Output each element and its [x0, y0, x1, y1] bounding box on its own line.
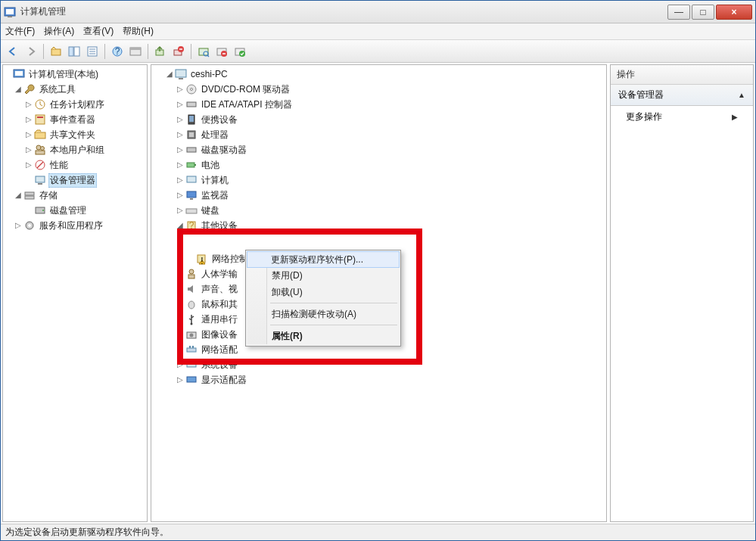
- menu-action[interactable]: 操作(A): [44, 25, 74, 38]
- svg-rect-30: [37, 117, 43, 118]
- svg-rect-37: [36, 176, 45, 182]
- help-button[interactable]: ?: [109, 43, 126, 60]
- dev-display[interactable]: ▷显示适配器: [154, 372, 606, 387]
- menu-view[interactable]: 查看(V): [83, 25, 114, 38]
- svg-point-68: [191, 323, 193, 325]
- update-driver-button[interactable]: [152, 43, 169, 60]
- toolbar: ?: [1, 40, 755, 63]
- cm-disable[interactable]: 禁用(D): [247, 267, 399, 284]
- svg-rect-31: [35, 132, 45, 138]
- dev-root[interactable]: ◢ ceshi-PC: [154, 67, 606, 82]
- svg-text:?: ?: [189, 220, 194, 231]
- dev-portable[interactable]: ▷便携设备: [154, 112, 606, 127]
- svg-point-65: [189, 269, 194, 274]
- actions-header: 操作: [611, 65, 753, 85]
- svg-rect-56: [194, 164, 196, 166]
- tree-system-tools[interactable]: ◢ 系统工具: [3, 82, 147, 97]
- tree-device-manager[interactable]: ▷ 设备管理器: [3, 173, 147, 188]
- view-button[interactable]: [127, 43, 144, 60]
- dev-ide[interactable]: ▷IDE ATA/ATAPI 控制器: [154, 97, 606, 112]
- window-title: 计算机管理: [20, 5, 667, 18]
- minimize-button[interactable]: —: [667, 5, 690, 20]
- actions-more[interactable]: 更多操作 ▶: [611, 106, 753, 128]
- computer-icon: [175, 68, 187, 80]
- hid-icon: [185, 268, 198, 280]
- network-icon: [185, 344, 198, 356]
- cpu-icon: [185, 129, 198, 141]
- pc-icon: [185, 174, 198, 186]
- titlebar[interactable]: 计算机管理 — □ ×: [1, 1, 755, 23]
- cm-update-driver[interactable]: 更新驱动程序软件(P)...: [247, 251, 400, 268]
- scan-hardware-button[interactable]: [195, 43, 212, 60]
- maximize-button[interactable]: □: [692, 5, 714, 20]
- sound-icon: [185, 283, 198, 295]
- up-button[interactable]: [48, 43, 64, 60]
- dev-monitors[interactable]: ▷监视器: [154, 188, 606, 203]
- properties-button[interactable]: [84, 43, 101, 60]
- dev-keyboard[interactable]: ▷键盘: [154, 203, 606, 218]
- services-icon: [23, 219, 36, 232]
- svg-rect-55: [187, 163, 194, 167]
- warning-device-icon: !: [196, 253, 208, 265]
- dev-computer[interactable]: ▷计算机: [154, 173, 606, 188]
- event-icon: [34, 113, 46, 126]
- tree-task-scheduler[interactable]: ▷ 任务计划程序: [3, 97, 147, 112]
- svg-text:!: !: [201, 256, 203, 266]
- dev-cpu[interactable]: ▷处理器: [154, 127, 606, 142]
- svg-rect-5: [74, 47, 79, 56]
- dev-other[interactable]: ◢?其他设备: [154, 218, 606, 233]
- svg-rect-71: [187, 348, 196, 352]
- battery-icon: [185, 159, 198, 171]
- tree-shared-folders[interactable]: ▷ 共享文件夹: [3, 127, 147, 142]
- svg-text:?: ?: [115, 46, 120, 57]
- dev-disk-drives[interactable]: ▷磁盘驱动器: [154, 142, 606, 157]
- tree-root-local[interactable]: ▷ 计算机管理(本地): [3, 67, 147, 82]
- close-button[interactable]: ×: [716, 5, 752, 20]
- svg-rect-3: [51, 49, 61, 55]
- svg-rect-51: [189, 116, 194, 122]
- tree-storage[interactable]: ◢ 存储: [3, 188, 147, 203]
- svg-rect-34: [36, 151, 45, 154]
- dev-dvd[interactable]: ▷DVD/CD-ROM 驱动器: [154, 82, 606, 97]
- tree-disk-mgmt[interactable]: ▷ 磁盘管理: [3, 203, 147, 218]
- svg-rect-54: [187, 148, 196, 152]
- disable-button[interactable]: [213, 43, 230, 60]
- perf-icon: [34, 159, 46, 171]
- cm-properties[interactable]: 属性(R): [247, 328, 399, 344]
- mouse-icon: [185, 298, 198, 310]
- cm-scan[interactable]: 扫描检测硬件改动(A): [247, 306, 399, 322]
- dev-system[interactable]: ▷系统设备: [154, 357, 606, 372]
- uninstall-button[interactable]: [170, 43, 187, 60]
- wrench-icon: [23, 83, 36, 95]
- menu-help[interactable]: 帮助(H): [123, 25, 154, 38]
- svg-rect-72: [189, 346, 191, 348]
- menu-file[interactable]: 文件(F): [5, 25, 35, 38]
- tree-services-apps[interactable]: ▷ 服务和应用程序: [3, 218, 147, 233]
- dvd-icon: [185, 83, 198, 95]
- computer-mgmt-icon: [13, 68, 25, 80]
- enable-button[interactable]: [232, 43, 248, 60]
- svg-rect-74: [187, 361, 196, 367]
- status-text: 为选定设备启动更新驱动程序软件向导。: [5, 526, 169, 539]
- app-window: 计算机管理 — □ × 文件(F) 操作(A) 查看(V) 帮助(H) ?: [0, 0, 756, 541]
- nav-back-button[interactable]: [5, 43, 21, 60]
- show-hide-tree-button[interactable]: [66, 43, 82, 60]
- dev-battery[interactable]: ▷电池: [154, 157, 606, 173]
- nav-forward-button[interactable]: [23, 43, 39, 60]
- tree-event-viewer[interactable]: ▷ 事件查看器: [3, 112, 147, 127]
- chevron-right-icon: ▶: [732, 113, 738, 121]
- svg-rect-1: [6, 9, 14, 14]
- left-tree-pane[interactable]: ▷ 计算机管理(本地) ◢ 系统工具 ▷ 任务计划程序 ▷ 事件: [2, 64, 148, 522]
- cm-uninstall[interactable]: 卸载(U): [247, 284, 399, 300]
- svg-rect-2: [8, 16, 12, 17]
- svg-rect-4: [69, 47, 73, 56]
- actions-section[interactable]: 设备管理器 ▲: [611, 85, 753, 106]
- portable-icon: [185, 113, 198, 126]
- device-tree-pane[interactable]: ◢ ceshi-PC ▷DVD/CD-ROM 驱动器 ▷IDE ATA/ATAP…: [151, 64, 607, 522]
- tree-performance[interactable]: ▷ 性能: [3, 157, 147, 173]
- svg-rect-29: [36, 115, 45, 124]
- svg-point-32: [36, 145, 41, 150]
- tree-local-users[interactable]: ▷ 本地用户和组: [3, 142, 147, 157]
- svg-rect-40: [25, 196, 34, 199]
- svg-point-70: [190, 334, 194, 337]
